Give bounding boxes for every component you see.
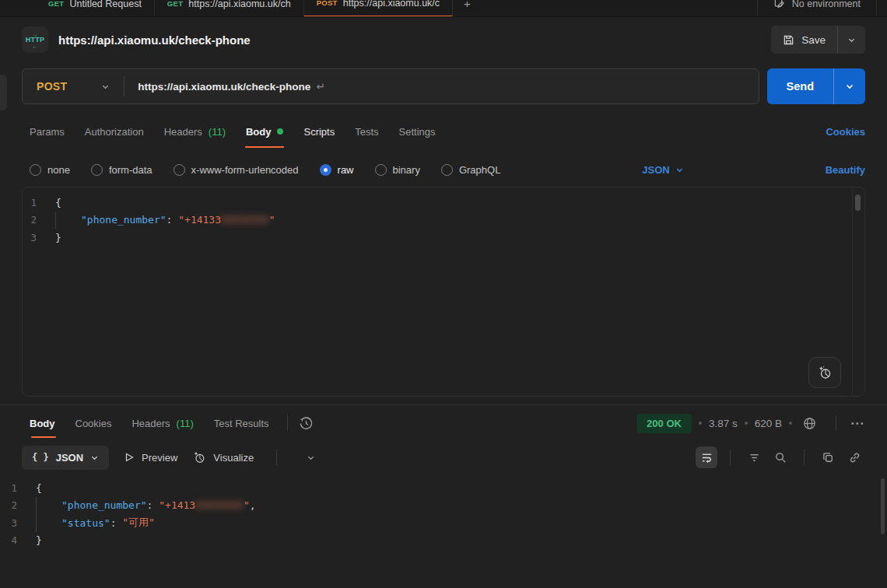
tab-scripts[interactable]: Scripts bbox=[293, 110, 345, 152]
environment-label: No environment bbox=[792, 0, 861, 9]
radio-checked-icon bbox=[320, 164, 331, 176]
response-scrollbar[interactable] bbox=[881, 478, 885, 534]
code-line: 3} bbox=[23, 229, 864, 247]
request-title: https://api.xiaomu.uk/check-phone bbox=[58, 33, 251, 47]
response-tab-headers[interactable]: Headers (11) bbox=[121, 405, 203, 441]
radio-icon bbox=[174, 164, 185, 176]
tab-settings[interactable]: Settings bbox=[389, 110, 446, 152]
url-row: POST https://api.xiaomu.uk/check-phone ↵… bbox=[0, 62, 887, 110]
save-options-button[interactable] bbox=[837, 26, 865, 54]
method-badge: GET bbox=[167, 0, 183, 8]
link-button[interactable] bbox=[843, 446, 865, 468]
code-token: "可用" bbox=[122, 516, 155, 530]
link-icon bbox=[848, 451, 861, 464]
response-format-dropdown[interactable]: { } JSON bbox=[22, 446, 109, 470]
send-button[interactable]: Send bbox=[767, 68, 833, 104]
request-header: → HTTP ← https://api.xiaomu.uk/check-pho… bbox=[0, 17, 887, 62]
copy-button[interactable] bbox=[817, 446, 839, 468]
code-token: { bbox=[36, 482, 42, 494]
postbot-button[interactable] bbox=[808, 357, 841, 388]
request-tab-untitled[interactable]: GET Untitled Request bbox=[36, 0, 155, 17]
radio-icon bbox=[30, 164, 41, 176]
visualize-button[interactable]: Visualize bbox=[192, 450, 254, 464]
radio-icon bbox=[441, 164, 453, 176]
save-button-group: Save bbox=[771, 26, 865, 54]
radio-icon bbox=[91, 164, 103, 176]
method-badge: POST bbox=[317, 0, 338, 7]
sidebar-handle[interactable] bbox=[0, 75, 7, 110]
body-content-dot bbox=[277, 128, 283, 135]
filter-icon bbox=[748, 451, 761, 464]
line-number: 3 bbox=[23, 232, 55, 243]
wrap-text-button[interactable] bbox=[696, 446, 717, 468]
code-line: 2"phone_number": "+141330000000" bbox=[23, 212, 864, 229]
mode-graphql[interactable]: GraphQL bbox=[441, 164, 500, 176]
mode-raw[interactable]: raw bbox=[320, 164, 354, 176]
tabbar-divider bbox=[876, 0, 887, 17]
history-button[interactable] bbox=[296, 412, 317, 434]
preview-button[interactable]: Preview bbox=[124, 452, 177, 464]
filter-button[interactable] bbox=[743, 446, 765, 468]
mode-x-www-form-urlencoded[interactable]: x-www-form-urlencoded bbox=[174, 164, 299, 176]
tab-label: Untitled Request bbox=[69, 0, 141, 9]
response-tab-test-results[interactable]: Test Results bbox=[204, 405, 279, 441]
tab-authorization[interactable]: Authorization bbox=[75, 110, 154, 152]
mode-none[interactable]: none bbox=[30, 164, 70, 176]
sparkle-orb-icon bbox=[817, 365, 833, 380]
code-token: "phone_number" bbox=[61, 499, 147, 511]
code-token: : bbox=[167, 214, 179, 226]
view-options-button[interactable] bbox=[300, 446, 321, 468]
redacted-text: 0000000 bbox=[195, 499, 244, 511]
mode-binary[interactable]: binary bbox=[375, 164, 420, 176]
url-input[interactable]: https://api.xiaomu.uk/check-phone ↵ bbox=[124, 80, 758, 93]
tab-params[interactable]: Params bbox=[22, 110, 75, 152]
format-dropdown[interactable]: JSON bbox=[642, 164, 683, 176]
line-number: 4 bbox=[0, 534, 36, 546]
divider bbox=[804, 450, 805, 465]
code-token: "phone_number" bbox=[81, 214, 167, 226]
app-window: GET Untitled Request GET https://api.xia… bbox=[0, 0, 887, 588]
line-number: 1 bbox=[0, 482, 36, 494]
response-meta: 200 OK 3.87 s 620 B ••• bbox=[636, 412, 865, 434]
network-info-button[interactable] bbox=[799, 412, 821, 434]
code-token: : bbox=[147, 499, 160, 511]
line-number: 2 bbox=[0, 499, 36, 511]
indent-guide bbox=[36, 514, 61, 532]
tab-tests[interactable]: Tests bbox=[345, 110, 388, 152]
response-body-viewer[interactable]: 1{2"phone_number": "+14130000000",3"stat… bbox=[0, 474, 887, 549]
response-tab-body[interactable]: Body bbox=[22, 405, 65, 441]
response-tabs: Body Cookies Headers (11) Test Results 2… bbox=[0, 405, 887, 441]
chevron-down-icon bbox=[101, 82, 110, 91]
send-options-button[interactable] bbox=[833, 68, 865, 104]
editor-scrollbar[interactable] bbox=[855, 194, 861, 211]
code-line: 1{ bbox=[0, 479, 887, 497]
more-options-button[interactable]: ••• bbox=[851, 419, 865, 428]
new-tab-button[interactable]: + bbox=[453, 0, 482, 10]
redacted-text: 0000000 bbox=[221, 214, 269, 226]
code-token: "+14133 bbox=[178, 214, 221, 226]
indent-guide bbox=[36, 497, 61, 515]
play-icon bbox=[124, 452, 135, 463]
environment-selector[interactable]: No environment bbox=[757, 0, 876, 17]
tab-headers[interactable]: Headers (11) bbox=[154, 110, 236, 152]
chevron-down-icon bbox=[675, 166, 684, 174]
response-tab-cookies[interactable]: Cookies bbox=[65, 405, 122, 441]
cookies-link[interactable]: Cookies bbox=[826, 126, 865, 138]
request-tab-post-url-active[interactable]: POST https://api.xiaomu.uk/c bbox=[304, 0, 453, 17]
beautify-link[interactable]: Beautify bbox=[826, 164, 865, 176]
history-clock-icon bbox=[299, 416, 314, 431]
search-button[interactable] bbox=[770, 446, 791, 468]
response-headers-count: (11) bbox=[177, 418, 194, 429]
request-body-editor[interactable]: 1{2"phone_number": "+141330000000"3} bbox=[22, 187, 865, 397]
status-badge: 200 OK bbox=[636, 414, 692, 433]
search-icon bbox=[774, 451, 787, 464]
code-line: 2"phone_number": "+14130000000", bbox=[0, 497, 887, 515]
globe-icon bbox=[802, 416, 817, 431]
wrap-text-icon bbox=[700, 451, 713, 464]
save-button[interactable]: Save bbox=[771, 26, 837, 54]
mode-form-data[interactable]: form-data bbox=[91, 164, 153, 176]
request-tab-get-url[interactable]: GET https://api.xiaomu.uk/ch bbox=[155, 0, 304, 17]
method-dropdown[interactable]: POST bbox=[23, 80, 124, 93]
tab-body[interactable]: Body bbox=[236, 110, 294, 152]
method-selected: POST bbox=[37, 80, 67, 93]
